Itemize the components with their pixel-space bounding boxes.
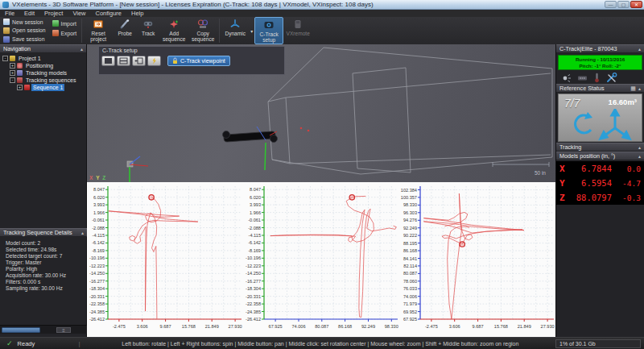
svg-text:3.606: 3.606 — [137, 324, 148, 329]
maximize-button[interactable]: ▢ — [617, 1, 630, 8]
detail-model-count: Model count: 2 — [6, 240, 87, 247]
open-session-button[interactable]: Open session — [2, 27, 47, 35]
reset-project-button[interactable]: Reset project — [84, 17, 113, 44]
menu-view[interactable]: View — [68, 10, 90, 17]
svg-text:88.195: 88.195 — [403, 241, 417, 246]
tree-item-tracking-models[interactable]: + Tracking models — [0, 69, 86, 77]
models-position-row-y: Y 6.5954 -4.7 — [556, 176, 644, 190]
viewport-alert-button[interactable] — [147, 56, 161, 66]
scrollbar-thumb[interactable] — [2, 327, 40, 333]
svg-text:76.033: 76.033 — [403, 286, 417, 291]
tree-item-project[interactable]: - Project 1 — [0, 55, 86, 62]
minimize-button[interactable]: — — [605, 1, 617, 8]
new-session-icon — [3, 19, 10, 25]
expander-icon[interactable]: + — [17, 85, 23, 90]
chart-x-vs-z[interactable]: 102.384100.35798.33096.30394.27692.24990… — [399, 182, 555, 337]
expander-icon[interactable]: + — [10, 70, 15, 76]
svg-text:9.687: 9.687 — [473, 324, 484, 329]
svg-text:-12.223: -12.223 — [89, 264, 105, 268]
import-button[interactable]: Import — [51, 19, 79, 27]
svg-text:-6.142: -6.142 — [92, 240, 105, 245]
save-session-button[interactable]: Save session — [2, 35, 47, 44]
close-button[interactable]: ✕ — [630, 1, 642, 8]
collapse-arrow-icon[interactable]: ▴ — [638, 46, 641, 52]
menu-file[interactable]: File — [0, 10, 19, 17]
svg-text:-10.196: -10.196 — [89, 256, 105, 260]
collapse-arrow-icon[interactable]: ▴ — [638, 153, 641, 159]
expander-icon[interactable]: - — [2, 56, 8, 61]
tracked-target-markers — [300, 127, 310, 132]
svg-text:-8.169: -8.169 — [248, 248, 261, 253]
viewport-preset-button-1[interactable] — [101, 56, 115, 66]
world-axis-triad — [127, 156, 148, 182]
sensor-light-icon[interactable] — [561, 73, 572, 83]
screen-arrow-icon — [134, 57, 143, 64]
svg-text:86.168: 86.168 — [403, 248, 417, 253]
dynamic-dropdown-arrow[interactable]: ▾ — [249, 28, 254, 34]
vxremote-button[interactable]: VXremote — [283, 17, 312, 44]
svg-text:-2.088: -2.088 — [92, 226, 105, 231]
svg-text:-14.250: -14.250 — [89, 271, 105, 276]
svg-text:71.979: 71.979 — [403, 301, 417, 306]
ctrack-device-header[interactable]: C-Track|Elite - 870043 ▴ — [556, 44, 644, 53]
menu-project[interactable]: Project — [39, 10, 68, 17]
svg-text:92.249: 92.249 — [403, 226, 417, 231]
viewport-preset-button-3[interactable] — [132, 56, 146, 66]
grid-icon[interactable]: ▦ — [630, 85, 636, 92]
title-bar[interactable]: VXelements - 3D Software Platform - [New… — [0, 0, 644, 10]
svg-text:6.020: 6.020 — [93, 195, 105, 200]
menu-help[interactable]: Help — [126, 10, 148, 17]
temperature-icon[interactable] — [593, 73, 601, 83]
detail-target-count: Detected target count: 7 — [6, 253, 87, 260]
tree-item-tracking-sequences[interactable]: - Tracking sequences — [0, 77, 86, 84]
svg-text:27.930: 27.930 — [541, 324, 555, 329]
copy-sequence-button[interactable]: Copy sequence — [188, 17, 217, 44]
dynamic-button[interactable]: Dynamic — [221, 17, 249, 44]
timeline-scrollbar[interactable]: ≡ — [0, 325, 87, 334]
chart-z-vs-y[interactable]: 8.0476.0203.9931.966-0.061-2.088-4.115-6… — [243, 182, 399, 337]
new-session-button[interactable]: New session — [2, 18, 47, 26]
expander-icon[interactable]: + — [10, 63, 15, 69]
navigation-header[interactable]: Navigation ▴ — [0, 44, 86, 53]
tree-item-sequence-1[interactable]: + Sequence 1 — [0, 84, 86, 91]
lock-icon — [172, 57, 178, 64]
models-position-header[interactable]: Models position (in, °) ▴ — [556, 152, 644, 160]
svg-text:8.047: 8.047 — [250, 187, 261, 192]
ctrack-viewpoint-tab[interactable]: C-Track viewpoint — [167, 56, 230, 66]
reference-status-header[interactable]: Reference Status ▦ ▴ — [556, 84, 644, 93]
svg-text:21.849: 21.849 — [518, 324, 531, 329]
export-button[interactable]: Export — [51, 29, 79, 37]
svg-text:-20.331: -20.331 — [89, 294, 105, 299]
svg-text:69.952: 69.952 — [403, 310, 417, 314]
reset-project-icon — [93, 19, 104, 30]
collapse-arrow-icon[interactable]: ▴ — [81, 230, 84, 235]
scrollbar-handle[interactable]: ≡ — [56, 327, 71, 333]
ctrack-setup-button[interactable]: C-Track setup — [254, 17, 283, 44]
add-sequence-button[interactable]: Add sequence — [159, 17, 188, 44]
menu-edit[interactable]: Edit — [19, 10, 39, 17]
collapse-arrow-icon[interactable]: ▴ — [638, 85, 641, 91]
maintenance-tools-icon[interactable] — [606, 73, 617, 83]
menu-configure[interactable]: Configure — [91, 10, 127, 17]
viewport-preset-button-2[interactable] — [117, 56, 130, 66]
3d-viewport[interactable]: C-Track setup — [87, 44, 555, 182]
vxelements-window: VXelements - 3D Software Platform - [New… — [0, 0, 644, 349]
svg-text:1.966: 1.966 — [250, 210, 261, 215]
detail-acquisition-rate: Acquisition rate: 30.00 Hz — [6, 272, 87, 279]
scale-bar-label: 50 in — [535, 170, 546, 176]
probe-button[interactable]: Probe — [113, 17, 137, 44]
svg-text:-12.223: -12.223 — [246, 264, 261, 268]
save-session-icon — [3, 36, 10, 43]
collapse-arrow-icon[interactable]: ▴ — [80, 46, 83, 52]
collapse-arrow-icon[interactable]: ▴ — [638, 144, 641, 150]
main-toolbar: New session Open session Save session Im… — [0, 17, 644, 44]
svg-text:84.141: 84.141 — [403, 256, 417, 261]
expander-icon[interactable]: - — [10, 77, 15, 83]
sequence-details-header[interactable]: Tracking Sequence Details ▴ — [0, 228, 87, 237]
chart-x-vs-y[interactable]: 8.0476.0203.9931.966-0.061-2.088-4.115-6… — [87, 182, 243, 337]
track-button[interactable]: Track — [137, 17, 159, 44]
tree-item-positioning[interactable]: + Positioning — [0, 62, 86, 69]
svg-text:-24.385: -24.385 — [89, 310, 105, 314]
tracking-header[interactable]: Tracking ▴ — [556, 143, 644, 152]
led-indicator-icon[interactable] — [577, 73, 588, 83]
